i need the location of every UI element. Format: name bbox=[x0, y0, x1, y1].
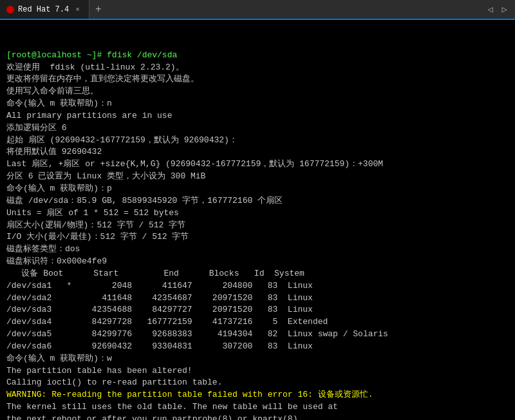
nav-next-button[interactable]: ▷ bbox=[500, 3, 510, 16]
terminal-tab[interactable]: Red Hat 7.4 × bbox=[0, 0, 89, 19]
terminal-line: /dev/sda4 84297728 167772159 41737216 5 … bbox=[6, 316, 509, 329]
terminal-line: All primary partitions are in use bbox=[6, 110, 509, 122]
terminal-line: 欢迎使用 fdisk (util-linux 2.23.2)。 bbox=[6, 62, 509, 74]
terminal-line: the next reboot or after you run partpro… bbox=[6, 414, 509, 420]
terminal-line: 分区 6 已设置为 Linux 类型，大小设为 300 MiB bbox=[6, 171, 509, 183]
terminal-line: WARNING: Re-reading the partition table … bbox=[6, 389, 509, 401]
terminal-line: /dev/sda2 411648 42354687 20971520 83 Li… bbox=[6, 292, 509, 305]
terminal-line: I/O 大小(最小/最佳)：512 字节 / 512 字节 bbox=[6, 231, 509, 243]
title-bar: Red Hat 7.4 × + ◁ ▷ bbox=[0, 0, 515, 20]
new-tab-button[interactable]: + bbox=[89, 0, 108, 19]
terminal-line: 更改将停留在内存中，直到您决定将更改写入磁盘。 bbox=[6, 73, 509, 86]
tab-close-button[interactable]: × bbox=[73, 5, 82, 15]
terminal-line: /dev/sda3 42354688 84297727 20971520 83 … bbox=[6, 304, 509, 316]
tab-label: Red Hat 7.4 bbox=[18, 5, 69, 14]
tab-area: Red Hat 7.4 × + bbox=[0, 0, 108, 19]
terminal-line: 添加逻辑分区 6 bbox=[6, 122, 509, 135]
terminal-content: [root@localhost ~]# fdisk /dev/sda欢迎使用 f… bbox=[6, 50, 509, 420]
nav-prev-button[interactable]: ◁ bbox=[485, 3, 495, 16]
terminal-line: 扇区大小(逻辑/物理)：512 字节 / 512 字节 bbox=[6, 220, 509, 232]
terminal-line: 命令(输入 m 获取帮助)：w bbox=[6, 353, 509, 365]
terminal-line: 使用写入命令前请三思。 bbox=[6, 86, 509, 98]
terminal-line: 磁盘标识符：0x000e4fe9 bbox=[6, 256, 509, 268]
terminal-line: [root@localhost ~]# fdisk /dev/sda bbox=[6, 50, 509, 62]
terminal-window[interactable]: [root@localhost ~]# fdisk /dev/sda欢迎使用 f… bbox=[0, 20, 515, 420]
tab-icon bbox=[6, 6, 14, 14]
terminal-line: The partition table has been altered! bbox=[6, 365, 509, 377]
terminal-line: Calling ioctl() to re-read partition tab… bbox=[6, 377, 509, 389]
terminal-line: 命令(输入 m 获取帮助)：n bbox=[6, 98, 509, 110]
terminal-line: Units = 扇区 of 1 * 512 = 512 bytes bbox=[6, 207, 509, 220]
terminal-line: 将使用默认值 92690432 bbox=[6, 146, 509, 158]
terminal-line: The kernel still uses the old table. The… bbox=[6, 401, 509, 414]
terminal-line: /dev/sda5 84299776 92688383 4194304 82 L… bbox=[6, 329, 509, 341]
title-bar-nav: ◁ ▷ bbox=[485, 3, 510, 16]
terminal-line: Last 扇区, +扇区 or +size{K,M,G} (92690432-1… bbox=[6, 158, 509, 171]
terminal-line: 磁盘标签类型：dos bbox=[6, 243, 509, 256]
terminal-line: 命令(输入 m 获取帮助)：p bbox=[6, 183, 509, 195]
terminal-line: 设备 Boot Start End Blocks Id System bbox=[6, 268, 509, 280]
terminal-line: 磁盘 /dev/sda：85.9 GB, 85899345920 字节，1677… bbox=[6, 195, 509, 207]
terminal-line: /dev/sda1 * 2048 411647 204800 83 Linux bbox=[6, 280, 509, 292]
terminal-line: /dev/sda6 92690432 93304831 307200 83 Li… bbox=[6, 341, 509, 353]
terminal-line: 起始 扇区 (92690432-167772159，默认为 92690432)： bbox=[6, 135, 509, 147]
